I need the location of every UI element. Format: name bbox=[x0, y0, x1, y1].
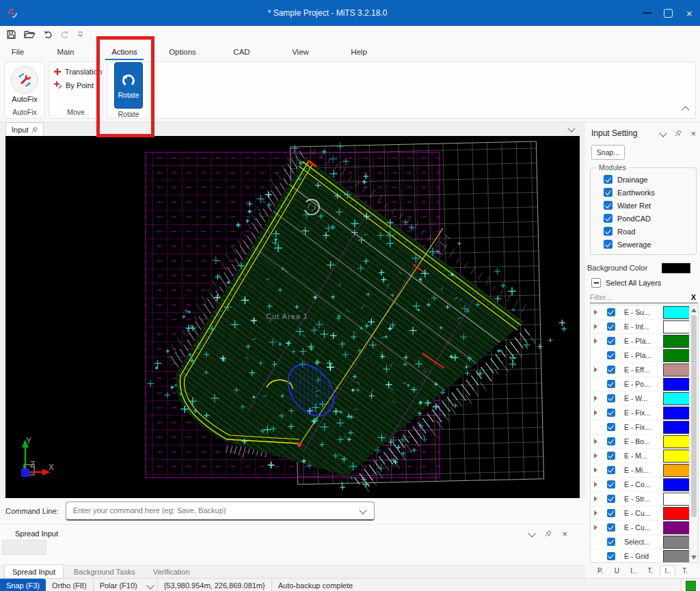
layer-row[interactable]: E - Fix... bbox=[591, 406, 690, 420]
layer-checkbox[interactable] bbox=[607, 423, 615, 431]
expand-arrow-icon[interactable] bbox=[591, 553, 601, 559]
layer-row[interactable]: E - W... bbox=[591, 391, 690, 406]
layer-row[interactable]: E - Pla... bbox=[591, 348, 690, 363]
pin-icon[interactable] bbox=[675, 130, 682, 137]
layer-checkbox[interactable] bbox=[607, 437, 615, 445]
chevron-down-icon[interactable] bbox=[660, 129, 667, 137]
expand-arrow-icon[interactable] bbox=[591, 367, 601, 372]
layer-color-swatch[interactable] bbox=[663, 464, 692, 477]
clear-filter-button[interactable]: X bbox=[691, 293, 698, 301]
layer-color-swatch[interactable] bbox=[663, 435, 692, 448]
expand-arrow-icon[interactable] bbox=[591, 410, 601, 415]
layer-row[interactable]: E - M... bbox=[591, 449, 690, 463]
ribbon-tab[interactable]: Options bbox=[153, 44, 212, 60]
layer-color-swatch[interactable] bbox=[663, 550, 692, 563]
layer-checkbox[interactable] bbox=[607, 523, 615, 532]
expand-arrow-icon[interactable] bbox=[591, 396, 601, 401]
layer-checkbox[interactable] bbox=[607, 394, 615, 402]
layer-row[interactable]: E - Su... bbox=[591, 305, 690, 320]
layer-checkbox[interactable] bbox=[607, 452, 615, 460]
layer-color-swatch[interactable] bbox=[663, 478, 692, 491]
pin-icon[interactable] bbox=[545, 530, 552, 537]
minimize-button[interactable] bbox=[636, 0, 658, 26]
layer-row[interactable]: E - Co... bbox=[591, 478, 690, 492]
layer-checkbox[interactable] bbox=[607, 366, 615, 374]
layer-checkbox[interactable] bbox=[607, 552, 615, 560]
layer-row[interactable]: E - Grid bbox=[591, 549, 690, 563]
layer-row[interactable]: E - Str... bbox=[591, 492, 690, 506]
module-checkbox-row[interactable]: PondCAD bbox=[591, 212, 696, 225]
by-point-button[interactable]: By Point bbox=[53, 81, 94, 90]
close-icon[interactable]: × bbox=[690, 129, 696, 138]
expand-arrow-icon[interactable] bbox=[591, 525, 601, 530]
close-icon[interactable]: × bbox=[562, 530, 567, 538]
scroll-up-icon[interactable] bbox=[691, 308, 697, 312]
layer-row[interactable]: E - Cu... bbox=[591, 506, 690, 521]
command-line-input[interactable]: Enter your command here (eg: Save, Backu… bbox=[66, 501, 375, 521]
expand-arrow-icon[interactable] bbox=[591, 310, 601, 315]
open-folder-icon[interactable] bbox=[24, 29, 36, 39]
ribbon-tab[interactable]: File bbox=[0, 44, 36, 60]
chevron-down-icon[interactable] bbox=[528, 530, 536, 537]
background-color-swatch[interactable] bbox=[662, 263, 690, 273]
expand-arrow-icon[interactable] bbox=[591, 324, 601, 329]
layer-row[interactable]: E - Fix... bbox=[591, 420, 690, 435]
scrollbar-thumb[interactable] bbox=[691, 315, 697, 517]
polar-toggle-button[interactable]: Polar (F10) bbox=[94, 579, 144, 591]
ribbon-tab[interactable]: Main bbox=[36, 44, 96, 60]
snap-toggle-button[interactable]: Snap (F3) bbox=[0, 579, 46, 591]
module-checkbox-row[interactable]: Road bbox=[591, 225, 696, 238]
expand-arrow-icon[interactable] bbox=[591, 424, 601, 430]
snap-settings-button[interactable]: Snap... bbox=[591, 145, 625, 160]
bottom-tab[interactable]: Background Tasks bbox=[66, 565, 143, 578]
checkbox-checked[interactable] bbox=[604, 214, 612, 223]
dock-tab[interactable]: U bbox=[610, 566, 623, 576]
chevron-down-icon[interactable] bbox=[567, 124, 575, 132]
chevron-down-icon[interactable] bbox=[359, 506, 366, 514]
layer-row[interactable]: E - Int... bbox=[591, 320, 690, 334]
layer-checkbox[interactable] bbox=[607, 480, 615, 489]
layer-row[interactable]: E - Cu... bbox=[591, 521, 690, 535]
layer-checkbox[interactable] bbox=[607, 538, 615, 546]
expand-arrow-icon[interactable] bbox=[591, 482, 601, 487]
layer-color-swatch[interactable] bbox=[663, 493, 692, 506]
module-checkbox-row[interactable]: Water Ret bbox=[591, 199, 696, 212]
dock-tab[interactable]: T. bbox=[643, 566, 657, 576]
layer-checkbox[interactable] bbox=[607, 308, 615, 316]
layer-checkbox[interactable] bbox=[607, 466, 615, 474]
dock-tab[interactable]: T. bbox=[678, 566, 692, 576]
layer-row[interactable]: E - Mi... bbox=[591, 463, 690, 478]
ribbon-tab[interactable]: Actions bbox=[96, 44, 153, 60]
module-checkbox-row[interactable]: Earthworks bbox=[591, 186, 696, 199]
layer-color-swatch[interactable] bbox=[663, 521, 692, 534]
expand-arrow-icon[interactable] bbox=[591, 539, 601, 545]
layer-checkbox[interactable] bbox=[607, 380, 615, 388]
layer-color-swatch[interactable] bbox=[663, 335, 692, 348]
scroll-down-icon[interactable] bbox=[691, 555, 697, 560]
maximize-button[interactable] bbox=[658, 0, 679, 26]
polar-dropdown-chevron[interactable] bbox=[144, 579, 158, 591]
autofix-button[interactable]: AutoFix bbox=[11, 66, 38, 103]
dock-tab[interactable]: P. bbox=[593, 566, 607, 576]
layer-checkbox[interactable] bbox=[607, 322, 615, 331]
layer-checkbox[interactable] bbox=[607, 351, 615, 359]
layer-color-swatch[interactable] bbox=[663, 407, 692, 420]
expand-arrow-icon[interactable] bbox=[591, 467, 601, 473]
layer-color-swatch[interactable] bbox=[663, 349, 692, 362]
layer-row[interactable]: E - Eff... bbox=[591, 363, 690, 377]
checkbox-checked[interactable] bbox=[604, 201, 612, 210]
ortho-toggle-button[interactable]: Ortho (F8) bbox=[46, 579, 94, 591]
ribbon-tab[interactable]: View bbox=[271, 44, 329, 60]
layer-color-swatch[interactable] bbox=[663, 536, 692, 549]
layer-color-swatch[interactable] bbox=[663, 507, 692, 520]
expand-arrow-icon[interactable] bbox=[591, 510, 601, 516]
checkbox-checked[interactable] bbox=[604, 175, 612, 184]
module-checkbox-row[interactable]: Drainage bbox=[591, 173, 696, 186]
module-checkbox-row[interactable]: Sewerage bbox=[591, 238, 696, 251]
close-button[interactable]: × bbox=[679, 0, 700, 26]
layer-checkbox[interactable] bbox=[607, 337, 615, 345]
bottom-tab[interactable]: Verification bbox=[146, 565, 198, 578]
bottom-tab[interactable]: Spread Input bbox=[4, 564, 64, 578]
collapse-ribbon-icon[interactable] bbox=[682, 106, 689, 113]
spread-input-cell[interactable] bbox=[2, 540, 46, 555]
